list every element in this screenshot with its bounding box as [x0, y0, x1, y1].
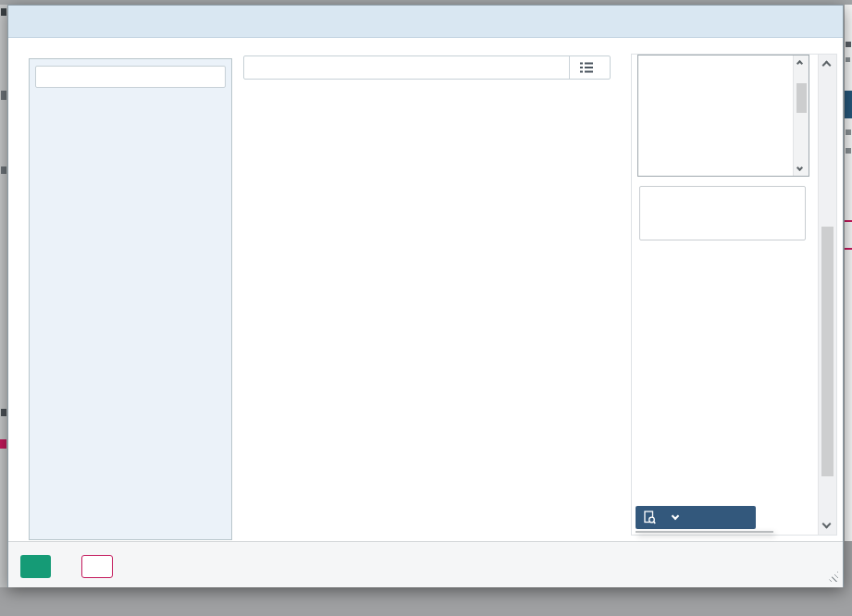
- background-fragment: [0, 439, 6, 449]
- set-selection-button[interactable]: [636, 506, 756, 529]
- background-fragment: [846, 57, 850, 62]
- background-fragment: [1, 8, 6, 16]
- cancel-button[interactable]: [81, 555, 113, 578]
- selection-dropdown-menu: [636, 531, 773, 533]
- select-cases-dialog: [7, 5, 844, 587]
- listbox-scrollbar[interactable]: [793, 55, 809, 176]
- filters-content: [632, 55, 817, 535]
- scroll-down-icon[interactable]: [823, 521, 830, 527]
- background-page-right: [845, 5, 852, 616]
- ok-button[interactable]: [20, 555, 51, 578]
- set-selection-icon: [644, 511, 656, 524]
- scroll-up-icon[interactable]: [823, 62, 830, 68]
- scrollbar-thumb[interactable]: [796, 83, 807, 113]
- background-page-bottom: [0, 587, 845, 616]
- background-fragment: [845, 541, 852, 616]
- background-fragment: [845, 91, 852, 118]
- scrollbar-thumb[interactable]: [821, 227, 833, 476]
- background-fragment: [846, 42, 851, 47]
- background-page-left: [0, 5, 7, 587]
- background-fragment: [1, 409, 6, 416]
- scroll-down-icon[interactable]: [797, 166, 802, 170]
- tree-select-all-none: [35, 66, 226, 88]
- section-tree: [30, 93, 231, 95]
- scroll-up-icon[interactable]: [797, 61, 802, 66]
- screen: [0, 0, 852, 616]
- columns-icon: [580, 62, 593, 73]
- dialog-header: [8, 6, 843, 38]
- tree-panel: [29, 58, 232, 540]
- filters-panel: [631, 54, 837, 536]
- filters-scrollbar[interactable]: [818, 55, 836, 535]
- background-fragment: [846, 148, 851, 154]
- dialog-footer: [8, 541, 843, 587]
- chevron-down-icon: [672, 512, 679, 520]
- background-fragment: [1, 91, 6, 100]
- match-options-box: [639, 186, 806, 240]
- background-fragment: [846, 129, 851, 135]
- background-fragment: [1, 166, 6, 174]
- background-fragment: [845, 220, 852, 222]
- columns-button[interactable]: [569, 56, 610, 79]
- cases-toolbar: [243, 55, 611, 80]
- background-fragment: [845, 248, 852, 250]
- section-listbox: [637, 55, 809, 177]
